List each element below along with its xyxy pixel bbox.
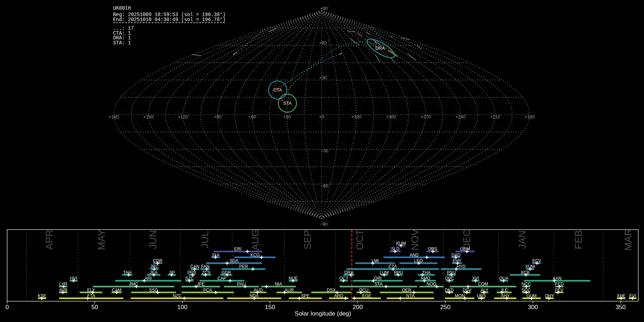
svg-text:+180: +180: [525, 114, 535, 119]
svg-text:SZC: SZC: [185, 276, 194, 281]
svg-text:0: 0: [5, 304, 9, 311]
svg-text:KUM: KUM: [396, 241, 406, 246]
svg-text:DPC: DPC: [445, 276, 454, 281]
svg-text:STA: STA: [283, 101, 292, 106]
svg-text:End: 20251010 04:30:49 (sol =: End: 20251010 04:30:49 (sol = 196.78°): [113, 17, 226, 23]
svg-text:Solar longitude (deg): Solar longitude (deg): [295, 310, 351, 317]
svg-text:°: °: [500, 114, 501, 117]
svg-text:XCB: XCB: [521, 270, 530, 275]
svg-text:ARD: ARD: [334, 293, 343, 298]
svg-text:GDR: GDR: [221, 270, 231, 275]
svg-text:−30: −30: [321, 148, 328, 153]
svg-text:+60: +60: [249, 114, 256, 119]
svg-text:XVI: XVI: [472, 276, 479, 281]
svg-text:OCT: OCT: [339, 276, 348, 281]
svg-text:+300: +300: [386, 114, 396, 119]
svg-text:200: 200: [353, 304, 363, 311]
svg-text:OCT: OCT: [354, 229, 365, 250]
svg-text:ZCS: ZCS: [202, 270, 210, 275]
svg-text:TAH: TAH: [123, 270, 131, 275]
svg-text:ELY: ELY: [87, 288, 95, 293]
svg-text:MON: MON: [455, 293, 465, 298]
svg-text:°: °: [223, 114, 224, 117]
svg-text:SLD: SLD: [391, 247, 400, 252]
svg-text:°: °: [329, 221, 330, 224]
svg-text:RPU: RPU: [394, 270, 403, 275]
svg-text:°: °: [535, 114, 536, 117]
svg-text:PSU: PSU: [447, 270, 456, 275]
svg-text:JXA: JXA: [212, 253, 220, 258]
svg-text:100: 100: [177, 304, 187, 311]
svg-text:Beg: 20251009 18:59:53 (sol =: Beg: 20251009 18:59:53 (sol = 196.38°): [113, 12, 226, 18]
svg-text:DAD: DAD: [452, 253, 461, 258]
svg-text:°: °: [431, 114, 432, 117]
svg-text:STA: 1: STA: 1: [113, 40, 131, 46]
svg-text:+180: +180: [109, 114, 119, 119]
svg-text:AND: AND: [410, 253, 419, 258]
svg-text:FEB: FEB: [573, 230, 584, 249]
svg-text:+330: +330: [351, 114, 361, 119]
svg-text:OCU: OCU: [359, 288, 369, 293]
svg-text:°: °: [119, 114, 120, 117]
svg-text:JAN: JAN: [517, 230, 528, 249]
svg-text:NZC: NZC: [172, 293, 181, 298]
svg-text:FTA: FTA: [87, 293, 95, 298]
svg-text:NUE: NUE: [289, 276, 298, 281]
svg-text:LMI: LMI: [371, 258, 379, 263]
svg-text:150: 150: [265, 304, 275, 311]
svg-text:GUM: GUM: [527, 293, 537, 298]
svg-text:+0: +0: [319, 114, 324, 119]
svg-text:−60: −60: [321, 184, 328, 189]
svg-text:DKD: DKD: [445, 288, 454, 293]
svg-text:KSE: KSE: [38, 293, 46, 298]
svg-text:+150: +150: [143, 114, 153, 119]
svg-text:URS: URS: [477, 293, 486, 298]
svg-text:°: °: [188, 114, 189, 117]
svg-text:EVI: EVI: [629, 293, 636, 298]
svg-text:DSX: DSX: [327, 288, 336, 293]
svg-text:KCG: KCG: [250, 253, 260, 258]
svg-text:FED: FED: [555, 282, 564, 287]
svg-text:JLE: JLE: [501, 288, 508, 293]
svg-text:+90: +90: [320, 6, 327, 11]
svg-text:AVB: AVB: [59, 288, 67, 293]
svg-text:FAN: FAN: [201, 264, 209, 269]
svg-text:°: °: [465, 114, 467, 117]
svg-text:NOO: NOO: [426, 282, 436, 287]
svg-text:AHY: AHY: [501, 293, 510, 298]
svg-text:PAU: PAU: [237, 282, 246, 287]
svg-text:JRC: JRC: [150, 264, 159, 269]
svg-text:AUD: AUD: [254, 288, 263, 293]
svg-text:ALY: ALY: [480, 288, 488, 293]
svg-text:ARI: ARI: [145, 276, 152, 281]
svg-text:°: °: [292, 114, 293, 117]
svg-text:SCC: SCC: [522, 288, 531, 293]
svg-text:°: °: [330, 183, 331, 186]
svg-text:SEP: SEP: [302, 230, 313, 249]
svg-text:350: 350: [615, 304, 625, 311]
svg-text:COR: COR: [153, 258, 162, 263]
svg-text:+90: +90: [214, 114, 221, 119]
svg-text:CTA: CTA: [273, 88, 282, 93]
svg-text:CAP: CAP: [218, 276, 226, 281]
svg-text:°: °: [361, 114, 362, 117]
svg-text:+210: +210: [490, 114, 500, 119]
svg-text:+120: +120: [178, 114, 188, 119]
svg-text:EGE: EGE: [362, 293, 371, 298]
svg-text:XHE: XHE: [617, 293, 626, 298]
svg-text:°: °: [329, 5, 330, 9]
svg-text:CAM: CAM: [112, 288, 122, 293]
svg-text:°: °: [328, 75, 329, 78]
svg-text:JEA: JEA: [150, 270, 157, 275]
svg-text:ORS: ORS: [428, 247, 437, 252]
svg-text:NOV: NOV: [409, 229, 420, 250]
svg-text:−90: −90: [320, 222, 327, 227]
svg-text:HYD: HYD: [457, 264, 466, 269]
svg-text:+30: +30: [283, 114, 291, 119]
svg-text:°: °: [153, 114, 155, 117]
svg-text:MAR: MAR: [623, 229, 634, 250]
svg-text:XUM: XUM: [525, 264, 535, 269]
svg-text:JUN: JUN: [147, 230, 158, 249]
svg-text:JUL: JUL: [199, 231, 210, 249]
svg-text:FEV: FEV: [555, 288, 563, 293]
